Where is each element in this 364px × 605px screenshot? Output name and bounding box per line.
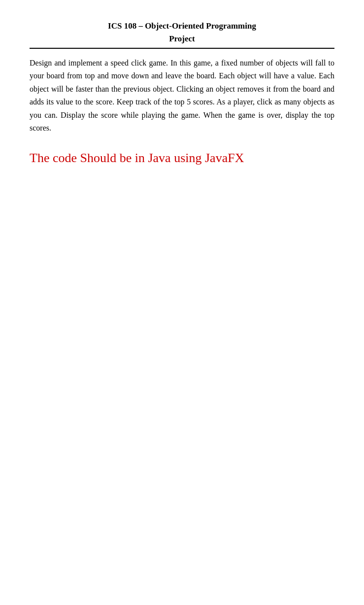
java-note: The code Should be in Java using JavaFX [30,149,334,167]
page-title: ICS 108 – Object-Oriented Programming Pr… [30,20,334,45]
page: ICS 108 – Object-Oriented Programming Pr… [0,0,364,605]
header-divider [30,48,334,49]
project-description: Design and implement a speed click game.… [30,57,334,134]
title-line1: ICS 108 – Object-Oriented Programming [108,21,256,31]
page-header: ICS 108 – Object-Oriented Programming Pr… [30,20,334,45]
title-line2: Project [169,34,195,43]
